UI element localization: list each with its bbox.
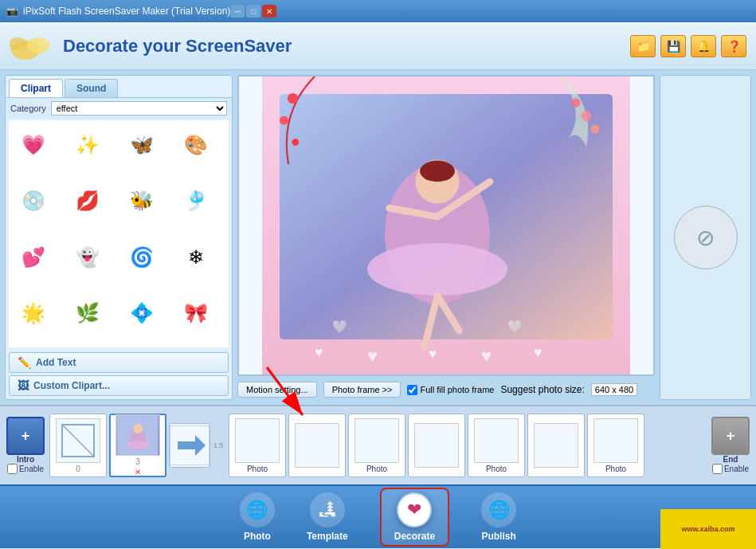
full-fill-group: Full fill photo frame [407,385,494,395]
clipart-item[interactable]: 🌀 [120,236,163,279]
end-icon[interactable]: + [711,417,750,455]
timeline-item[interactable] [527,414,585,477]
nav-template[interactable]: 🏞 Template [307,492,348,542]
preview-controls: Motion setting... Photo frame >> Full fi… [237,379,655,400]
open-folder-button[interactable]: 📁 [630,35,656,57]
svg-text:♥: ♥ [315,344,323,360]
timeline-item[interactable] [288,414,346,477]
custom-clipart-button[interactable]: 🖼 Custom Clipart... [9,375,229,396]
svg-point-8 [288,93,298,104]
image-icon: 🖼 [18,379,29,392]
tl-delete[interactable]: ✕ [135,468,141,476]
app-logo [10,28,53,64]
clipart-grid: 💗 ✨ 🦋 🎨 💿 💋 🐝 🎐 💕 👻 🌀 ❄ 🌟 🌿 💠 🎀 [9,120,229,347]
tab-clipart[interactable]: Clipart [9,79,63,97]
preview-image: ♥ ♥ ♥ ♥ ♥ 🤍 🤍 [239,76,653,374]
clipart-item[interactable]: 💗 [12,124,55,167]
bottom-nav: 🌐 Photo 🏞 Template ❤ Decorate 🌐 Publish [0,484,756,548]
clipart-item[interactable]: 💕 [12,236,55,279]
svg-point-30 [127,441,149,449]
decorate-nav-icon: ❤ [397,492,432,527]
tl-preview-frame [414,423,459,468]
tab-sound[interactable]: Sound [65,79,118,97]
clipart-item[interactable]: 🌟 [12,292,55,335]
notify-button[interactable]: 🔔 [691,35,716,57]
clipart-item[interactable]: 🎐 [174,179,217,222]
timeline-arrow-item[interactable]: 1.5 [169,414,226,477]
tl-preview-frame [295,423,339,468]
nav-photo-label: Photo [244,531,271,542]
clipart-item[interactable]: 💠 [120,292,163,335]
app-icon: 📷 [6,6,18,17]
tl-num: 1.5 [210,441,226,449]
full-fill-label: Full fill photo frame [420,385,494,394]
category-select[interactable]: effect animals nature holidays [51,101,227,116]
tl-label: Photo [486,465,507,473]
add-text-button[interactable]: ✏️ Add Text [9,352,229,373]
tab-bar: Clipart Sound [6,76,232,97]
svg-text:♥: ♥ [534,344,542,360]
main-header: Decorate your ScreenSaver 📁 💾 🔔 ❓ [0,22,756,70]
help-button[interactable]: ❓ [721,35,746,57]
timeline-item[interactable] [408,414,465,477]
clipart-item[interactable]: ✨ [66,124,109,167]
svg-point-1 [27,37,49,53]
nav-publish[interactable]: 🌐 Publish [481,492,516,542]
nav-template-label: Template [307,531,348,542]
maximize-button[interactable]: □ [246,5,260,18]
tl-preview-frame [56,418,100,463]
content-area: Clipart Sound Category effect animals na… [0,70,756,405]
svg-point-6 [571,99,580,108]
intro-icon[interactable]: + [6,417,45,455]
full-fill-checkbox[interactable] [407,385,417,395]
svg-line-27 [62,425,94,457]
suggest-size: 640 x 480 [591,383,637,396]
end-enable-checkbox[interactable] [712,464,723,474]
svg-point-31 [133,424,143,433]
tl-label: Photo [247,465,268,473]
end-button: + End Enable [708,414,753,477]
preview-canvas: ♥ ♥ ♥ ♥ ♥ 🤍 🤍 [237,75,655,376]
svg-text:♥: ♥ [481,346,492,366]
pencil-icon: ✏️ [18,356,31,369]
minimize-button[interactable]: ─ [230,5,245,18]
clipart-item[interactable]: 👻 [66,236,109,279]
publish-nav-icon: 🌐 [481,492,516,527]
clipart-item[interactable]: 🐝 [120,179,163,222]
end-enable-label: Enable [724,465,749,473]
svg-point-7 [591,125,600,134]
photo-frame-button[interactable]: Photo frame >> [323,382,402,398]
suggest-label: Suggest photo size: [500,384,584,395]
tl-preview-frame [474,418,519,463]
timeline-item[interactable]: Photo [348,414,405,477]
svg-text:♥: ♥ [367,346,378,366]
clipart-item[interactable]: 💿 [12,179,55,222]
nav-photo[interactable]: 🌐 Photo [240,492,275,542]
timeline-item[interactable]: Photo [587,414,644,477]
close-button[interactable]: ✕ [262,5,276,18]
page-title: Decorate your ScreenSaver [63,36,292,57]
clipart-item[interactable]: 💋 [66,179,109,222]
timeline: + Intro Enable 0 [0,405,756,484]
tl-preview-frame [354,418,399,463]
clipart-item[interactable]: ❄ [174,236,217,279]
category-label: Category [10,104,46,113]
center-area: ♥ ♥ ♥ ♥ ♥ 🤍 🤍 Motion setting... Photo fr… [237,75,655,400]
nav-decorate[interactable]: ❤ Decorate [380,488,449,547]
clipart-item[interactable]: 🌿 [66,292,109,335]
timeline-item[interactable]: 0 [49,414,107,477]
timeline-item-active[interactable]: 3 ✕ [109,414,166,477]
clipart-item[interactable]: 🦋 [120,124,163,167]
motion-setting-button[interactable]: Motion setting... [237,382,317,398]
timeline-item[interactable]: Photo [468,414,525,477]
timeline-scroll[interactable]: 0 3 ✕ 1.5 [48,410,708,481]
watermark: www.xaiba.com [660,509,756,549]
intro-enable-checkbox[interactable] [7,464,18,474]
tl-preview-frame [593,418,638,463]
clipart-item[interactable]: 🎀 [174,292,217,335]
timeline-item[interactable]: Photo [229,414,286,477]
clipart-item[interactable]: 🎨 [174,124,217,167]
save-button[interactable]: 💾 [660,35,686,57]
intro-enable-row: Enable [7,464,44,474]
toolbar: 📁 💾 🔔 ❓ [630,35,746,57]
